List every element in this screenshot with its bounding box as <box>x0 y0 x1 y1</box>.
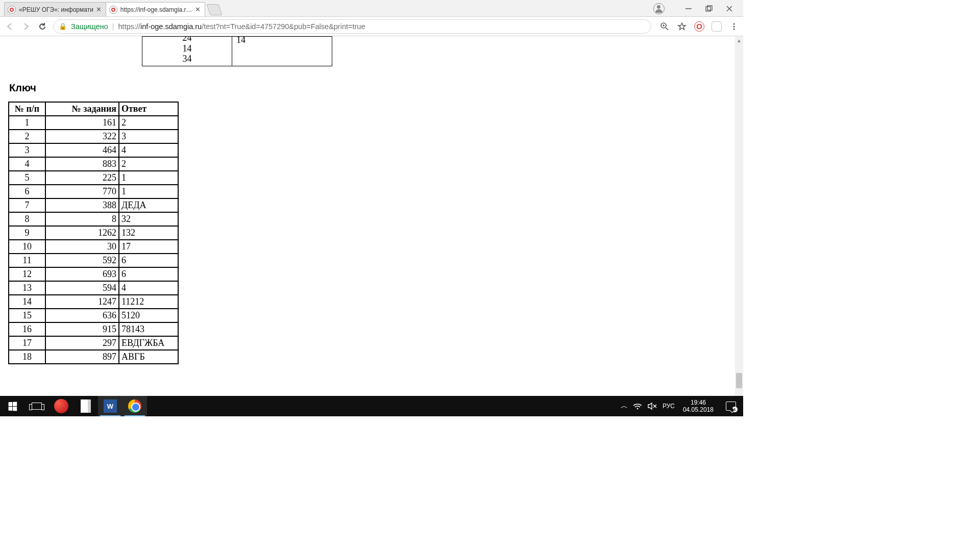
start-button[interactable] <box>0 396 24 416</box>
nav-forward-icon[interactable] <box>20 21 32 32</box>
table-row: 7388ДЕДА <box>9 198 178 212</box>
table-row: 11612 <box>9 116 178 130</box>
windows-taskbar: W ︿ РУС 19:46 04.05.2018 1 <box>0 396 743 416</box>
word-icon: W <box>104 399 117 413</box>
key-cell-n: 15 <box>9 309 45 322</box>
section-heading: Ключ <box>9 82 36 94</box>
key-cell-n: 1 <box>9 116 45 130</box>
key-cell-n: 12 <box>9 267 45 281</box>
new-tab-button[interactable] <box>206 4 222 15</box>
tray-time: 19:46 <box>683 399 714 406</box>
vertical-scrollbar[interactable]: ▲ <box>735 36 743 396</box>
key-cell-answer: 132 <box>119 226 178 240</box>
table-row: 1691578143 <box>9 322 178 336</box>
key-cell-answer: 3 <box>119 130 178 143</box>
key-cell-task: 1247 <box>45 295 119 309</box>
bookmark-star-icon[interactable] <box>677 21 687 32</box>
key-cell-n: 4 <box>9 157 45 171</box>
key-cell-n: 13 <box>9 281 45 295</box>
browser-tab-1[interactable]: https://inf-oge.sdamgia.r… ✕ <box>106 2 205 16</box>
key-cell-answer: ДЕДА <box>119 198 178 212</box>
key-cell-task: 594 <box>45 281 119 295</box>
table-row: 18897АВГБ <box>9 350 178 364</box>
table-row: 91262132 <box>9 226 178 240</box>
key-col-header: № задания <box>45 102 119 116</box>
key-cell-task: 693 <box>45 267 119 281</box>
task-view-button[interactable] <box>24 396 49 416</box>
notification-badge: 1 <box>732 407 738 412</box>
tab-title: https://inf-oge.sdamgia.r… <box>120 6 192 13</box>
file-icon <box>81 399 91 413</box>
key-cell-n: 7 <box>9 198 45 212</box>
tray-language[interactable]: РУС <box>663 403 675 410</box>
key-cell-answer: 4 <box>119 281 178 295</box>
svg-point-10 <box>733 26 734 27</box>
tray-wifi-icon[interactable] <box>633 403 642 410</box>
key-cell-n: 16 <box>9 322 45 336</box>
key-cell-answer: 6 <box>119 254 178 267</box>
task-view-icon <box>32 403 42 410</box>
scroll-up-icon[interactable]: ▲ <box>735 36 743 44</box>
window-minimize-icon[interactable] <box>684 4 693 13</box>
taskbar-app-file[interactable] <box>74 396 98 416</box>
browser-tabstrip: «РЕШУ ОГЭ»: информати ✕ https://inf-oge.… <box>0 0 743 17</box>
table-row: 115926 <box>9 254 178 267</box>
tray-date: 04.05.2018 <box>683 406 714 413</box>
key-cell-answer: 2 <box>119 157 178 171</box>
key-cell-n: 5 <box>9 171 45 185</box>
key-cell-task: 30 <box>45 240 119 254</box>
action-center-icon[interactable]: 1 <box>726 402 736 411</box>
table-row: 52251 <box>9 171 178 185</box>
key-cell-answer: 2 <box>119 116 178 130</box>
fragment-table: 24 14 34 14 <box>142 36 332 66</box>
fragment-cell-right: 14 <box>232 37 332 66</box>
taskbar-app-chrome[interactable] <box>122 396 147 416</box>
key-cell-n: 18 <box>9 350 45 364</box>
key-cell-n: 14 <box>9 295 45 309</box>
table-row: 103017 <box>9 240 178 254</box>
key-cell-n: 11 <box>9 254 45 267</box>
lock-icon: 🔒 <box>59 22 67 30</box>
tab-close-icon[interactable]: ✕ <box>95 6 103 13</box>
tray-clock[interactable]: 19:46 04.05.2018 <box>680 399 717 414</box>
extension-opera-icon[interactable]: O <box>694 21 704 32</box>
svg-line-6 <box>666 28 668 30</box>
zoom-icon[interactable] <box>659 21 670 32</box>
key-cell-answer: 1 <box>119 171 178 185</box>
key-cell-n: 17 <box>9 336 45 350</box>
table-row: 23223 <box>9 130 178 143</box>
key-col-header: № п/п <box>9 102 45 116</box>
table-row: 67701 <box>9 185 178 198</box>
svg-point-12 <box>637 408 639 410</box>
key-cell-answer: 5120 <box>119 309 178 322</box>
key-cell-task: 297 <box>45 336 119 350</box>
table-row: 8832 <box>9 212 178 226</box>
tab-title: «РЕШУ ОГЭ»: информати <box>19 6 93 13</box>
address-bar[interactable]: 🔒 Защищено | https://inf-oge.sdamgia.ru/… <box>53 19 651 34</box>
key-col-header: Ответ <box>119 102 178 116</box>
extension-generic-icon[interactable] <box>712 21 722 32</box>
browser-tab-0[interactable]: «РЕШУ ОГЭ»: информати ✕ <box>4 2 106 16</box>
tray-chevron-icon[interactable]: ︿ <box>621 402 628 411</box>
profile-avatar-icon[interactable] <box>653 3 665 14</box>
nav-reload-icon[interactable] <box>37 21 48 32</box>
scrollbar-thumb[interactable] <box>736 373 742 388</box>
key-cell-answer: 17 <box>119 240 178 254</box>
taskbar-app-word[interactable]: W <box>98 396 122 416</box>
tray-volume-muted-icon[interactable] <box>647 402 657 410</box>
window-close-icon[interactable] <box>725 4 734 13</box>
tab-favicon <box>109 6 117 14</box>
key-cell-task: 225 <box>45 171 119 185</box>
key-cell-task: 915 <box>45 322 119 336</box>
chrome-icon <box>128 399 141 413</box>
window-maximize-icon[interactable] <box>704 4 714 13</box>
key-cell-answer: 6 <box>119 267 178 281</box>
key-cell-answer: 4 <box>119 143 178 157</box>
key-cell-task: 1262 <box>45 226 119 240</box>
taskbar-app-opera[interactable] <box>49 396 74 416</box>
key-cell-task: 161 <box>45 116 119 130</box>
table-row: 156365120 <box>9 309 178 322</box>
tab-close-icon[interactable]: ✕ <box>194 6 202 13</box>
nav-back-icon[interactable] <box>4 21 15 32</box>
chrome-menu-icon[interactable] <box>729 21 739 32</box>
